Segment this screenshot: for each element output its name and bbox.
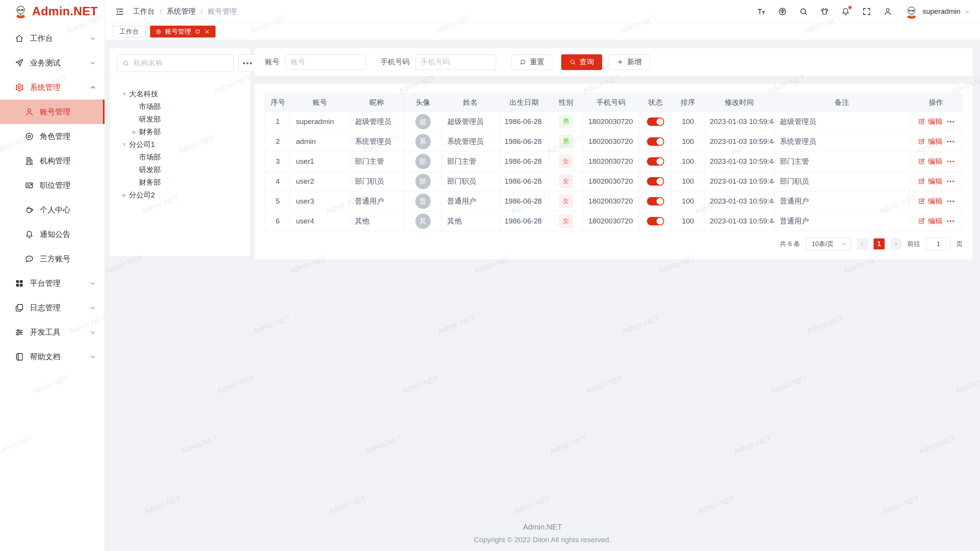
sidebar-item-业务测试[interactable]: 业务测试 [0, 51, 105, 75]
edit-button[interactable]: 编辑 [918, 216, 942, 226]
close-icon[interactable] [204, 29, 210, 35]
status-toggle[interactable] [647, 157, 664, 166]
breadcrumb-item[interactable]: 工作台 [133, 7, 155, 16]
account-input[interactable] [285, 54, 366, 70]
breadcrumb-separator: / [160, 7, 162, 16]
phone-input[interactable] [415, 54, 496, 70]
tree-node-市场部[interactable]: 市场部 [114, 151, 245, 163]
theme-icon[interactable] [820, 7, 829, 16]
chevron-down-icon [841, 241, 847, 247]
table-row: 1superadmin超级管理员超超级管理员1986-06-28男1802003… [265, 112, 963, 132]
add-button[interactable]: 新增 [609, 54, 650, 70]
sidebar-item-帮助文档[interactable]: 帮助文档 [0, 344, 105, 369]
org-tree: ▼大名科技市场部研发部▶财务部▼分公司1市场部研发部财务部▶分公司2 [110, 78, 250, 210]
tree-node-财务部[interactable]: 财务部 [114, 176, 245, 189]
sidebar-item-角色管理[interactable]: 角色管理 [0, 124, 105, 148]
tree-node-分公司2[interactable]: ▶分公司2 [114, 189, 245, 201]
caret-right-icon[interactable]: ▶ [120, 192, 129, 198]
edit-button[interactable]: 编辑 [918, 137, 942, 147]
cell-avatar: 其 [404, 211, 442, 231]
fullscreen-icon[interactable] [862, 7, 871, 16]
collapse-menu-icon[interactable] [115, 7, 124, 16]
next-page-button[interactable] [890, 238, 902, 249]
cell-avatar: 系 [404, 132, 442, 152]
prev-page-button[interactable] [857, 238, 868, 249]
tree-node-研发部[interactable]: 研发部 [114, 113, 245, 126]
user-menu[interactable]: superadmin [904, 4, 970, 19]
tab-workbench[interactable]: 工作台 [113, 26, 146, 37]
sidebar-item-个人中心[interactable]: 个人中心 [0, 197, 105, 222]
chevron-down-icon [90, 280, 96, 287]
more-actions-button[interactable] [947, 219, 954, 223]
cell-account: user3 [291, 191, 350, 211]
more-actions-button[interactable] [947, 159, 954, 164]
more-actions-button[interactable] [947, 199, 954, 204]
sidebar-item-三方账号[interactable]: 三方账号 [0, 246, 105, 271]
more-actions-button[interactable] [947, 179, 954, 184]
cell-name: 部门主管 [442, 152, 499, 171]
edit-button[interactable]: 编辑 [918, 176, 942, 186]
column-header-出生日期: 出生日期 [499, 93, 549, 112]
more-options-button[interactable] [238, 54, 256, 72]
tree-node-市场部[interactable]: 市场部 [114, 100, 245, 113]
cell-avatar: 普 [404, 191, 442, 211]
cell-avatar: 部 [404, 152, 442, 171]
cell-modified-time: 2023-01-03 10:59:44 [704, 211, 774, 231]
sidebar-item-平台管理[interactable]: 平台管理 [0, 271, 105, 295]
goto-page-input[interactable] [926, 238, 951, 250]
gender-badge: 女 [559, 155, 573, 168]
tree-node-分公司1[interactable]: ▼分公司1 [114, 138, 245, 151]
tree-node-研发部[interactable]: 研发部 [114, 163, 245, 176]
sidebar-item-工作台[interactable]: 工作台 [0, 26, 105, 51]
tree-node-label: 市场部 [139, 152, 161, 162]
caret-down-icon[interactable]: ▼ [120, 142, 129, 147]
column-header-账号: 账号 [291, 93, 350, 112]
cell-name: 超级管理员 [442, 112, 499, 132]
edit-button[interactable]: 编辑 [918, 196, 942, 206]
status-toggle[interactable] [647, 117, 664, 126]
query-button[interactable]: 查询 [561, 54, 602, 70]
username: superadmin [923, 7, 960, 16]
more-actions-button[interactable] [947, 119, 954, 124]
sidebar-item-职位管理[interactable]: 职位管理 [0, 173, 105, 197]
status-toggle[interactable] [647, 197, 664, 205]
tree-node-财务部[interactable]: ▶财务部 [114, 126, 245, 138]
sidebar-item-日志管理[interactable]: 日志管理 [0, 295, 105, 320]
sidebar-item-开发工具[interactable]: 开发工具 [0, 320, 105, 344]
caret-right-icon[interactable]: ▶ [130, 129, 139, 135]
gender-badge: 男 [559, 115, 573, 128]
search-icon[interactable] [799, 7, 808, 16]
tree-node-大名科技[interactable]: ▼大名科技 [114, 88, 245, 100]
reset-button[interactable]: 重置 [511, 54, 552, 70]
tab-account-management[interactable]: 账号管理 [150, 26, 216, 37]
breadcrumb-item[interactable]: 系统管理 [167, 7, 196, 16]
org-search-input[interactable] [133, 59, 228, 68]
page-size-select[interactable]: 10条/页 [806, 238, 851, 250]
more-actions-button[interactable] [947, 139, 954, 144]
profile-icon[interactable] [883, 7, 892, 16]
cell-order: 100 [672, 191, 704, 211]
row-actions: 编辑 [915, 216, 957, 226]
caret-down-icon[interactable]: ▼ [120, 91, 129, 97]
refresh-icon[interactable] [194, 29, 201, 35]
user-table: 序号账号昵称头像姓名出生日期性别手机号码状态排序修改时间备注操作 1supera… [265, 93, 963, 231]
font-size-icon[interactable] [757, 7, 766, 16]
sidebar-item-label: 账号管理 [40, 107, 96, 117]
sidebar-item-账号管理[interactable]: 账号管理 [0, 99, 105, 124]
cell-birth-date: 1986-06-28 [499, 191, 549, 211]
page-number-current[interactable]: 1 [874, 238, 885, 249]
status-toggle[interactable] [647, 137, 664, 146]
status-toggle[interactable] [647, 217, 664, 225]
sidebar-item-通知公告[interactable]: 通知公告 [0, 222, 105, 246]
edit-button[interactable]: 编辑 [918, 117, 942, 127]
language-icon[interactable] [778, 7, 787, 16]
brand-mascot-icon [13, 4, 28, 19]
breadcrumb-item[interactable]: 账号管理 [208, 7, 237, 16]
edit-button[interactable]: 编辑 [918, 156, 942, 166]
sidebar-item-机构管理[interactable]: 机构管理 [0, 148, 105, 173]
notification-icon[interactable] [841, 7, 850, 16]
avatar: 部 [415, 174, 431, 189]
status-toggle[interactable] [647, 177, 664, 186]
sidebar-item-系统管理[interactable]: 系统管理 [0, 75, 105, 99]
plus-icon [617, 59, 624, 65]
